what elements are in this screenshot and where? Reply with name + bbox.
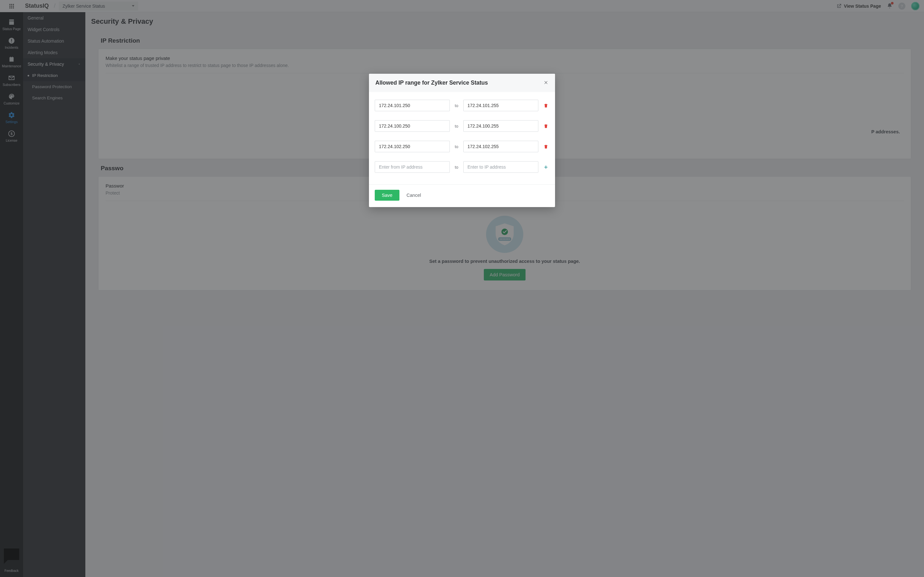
to-label: to (454, 165, 459, 169)
to-label: to (454, 103, 459, 108)
ip-range-modal: Allowed IP range for Zylker Service Stat… (369, 74, 555, 207)
delete-row-button[interactable] (542, 124, 549, 129)
ip-range-row-new: to (375, 161, 549, 173)
ip-to-input[interactable] (463, 141, 538, 152)
ip-range-row: to (375, 120, 549, 132)
trash-icon (543, 144, 548, 149)
ip-to-input[interactable] (463, 161, 538, 173)
save-button[interactable]: Save (375, 190, 399, 201)
modal-close-button[interactable] (544, 80, 549, 86)
to-label: to (454, 124, 459, 129)
delete-row-button[interactable] (542, 144, 549, 149)
ip-from-input[interactable] (375, 100, 450, 111)
ip-from-input[interactable] (375, 141, 450, 152)
trash-icon (543, 103, 548, 108)
delete-row-button[interactable] (542, 103, 549, 108)
ip-from-input[interactable] (375, 120, 450, 132)
ip-range-row: to (375, 141, 549, 152)
modal-title: Allowed IP range for Zylker Service Stat… (375, 79, 488, 86)
plus-icon (543, 165, 548, 169)
cancel-button[interactable]: Cancel (407, 193, 421, 198)
ip-to-input[interactable] (463, 100, 538, 111)
add-row-button[interactable] (542, 165, 549, 169)
ip-range-row: to (375, 100, 549, 111)
ip-to-input[interactable] (463, 120, 538, 132)
modal-overlay: Allowed IP range for Zylker Service Stat… (0, 0, 924, 577)
trash-icon (543, 124, 548, 129)
close-icon (544, 80, 549, 85)
ip-from-input[interactable] (375, 161, 450, 173)
to-label: to (454, 144, 459, 149)
